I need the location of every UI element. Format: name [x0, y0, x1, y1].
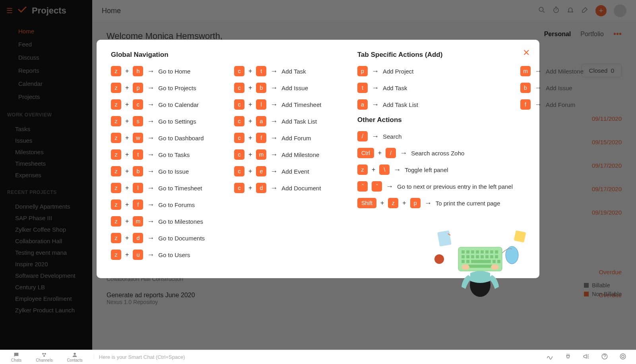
shortcut-action: Add Document [281, 185, 321, 192]
key: b [133, 166, 143, 176]
svg-rect-18 [495, 255, 498, 258]
shortcut-row: m→Add Milestone [520, 66, 600, 76]
shortcut-row: c+l→Add Timesheet [234, 99, 353, 110]
key: c [133, 99, 143, 110]
key: z [111, 66, 121, 76]
key: c [234, 83, 244, 93]
svg-rect-10 [495, 250, 498, 254]
global-nav-heading: Global Navigation [111, 51, 230, 59]
key: c [234, 133, 244, 143]
shortcut-action: Add Timesheet [281, 101, 321, 108]
svg-point-27 [461, 264, 469, 270]
svg-rect-21 [471, 260, 491, 263]
signature-icon[interactable] [546, 353, 553, 362]
shortcut-action: Go to Calendar [158, 101, 199, 108]
shortcut-action: Go to Documents [158, 235, 205, 242]
key: z [111, 166, 121, 176]
svg-rect-5 [471, 250, 474, 254]
key: / [357, 131, 368, 141]
shortcut-action: Go to Users [158, 252, 190, 258]
close-icon[interactable]: ✕ [523, 48, 530, 58]
shortcut-row: z+c→Go to Calendar [111, 99, 230, 110]
shortcuts-modal: ✕ Global Navigation z+h→Go to Homez+p→Go… [97, 40, 539, 278]
svg-rect-22 [493, 260, 496, 263]
key: c [234, 99, 244, 110]
svg-point-38 [622, 355, 624, 358]
svg-point-35 [74, 353, 76, 355]
key: t [357, 83, 368, 93]
svg-point-28 [491, 264, 499, 270]
key: c [234, 116, 244, 126]
key: b [256, 83, 266, 93]
shortcut-action: Add Milestone [281, 151, 319, 158]
key: z [357, 165, 368, 175]
shortcut-row: z+s→Go to Settings [111, 116, 230, 126]
key: f [133, 199, 143, 210]
shortcut-row: z+u→Go to Users [111, 250, 230, 260]
bottom-bar-right [546, 353, 631, 362]
key: p [357, 66, 368, 76]
svg-rect-30 [514, 230, 526, 243]
key: z [111, 116, 121, 126]
shortcut-row: z+p→Go to Projects [111, 83, 230, 93]
target-icon[interactable] [619, 353, 626, 362]
svg-rect-8 [485, 250, 489, 254]
shortcut-row: t→Add Task [357, 83, 516, 93]
shortcuts-overlay: ✕ Global Navigation z+h→Go to Homez+p→Go… [0, 0, 636, 364]
key: z [388, 198, 398, 208]
key: a [357, 99, 368, 110]
key: z [111, 99, 121, 110]
key: z [111, 83, 121, 93]
shortcut-row: Shift+z+p→To print the current page [357, 198, 516, 208]
plug-icon[interactable] [564, 353, 572, 362]
shortcut-row: c+e→Add Event [234, 166, 353, 176]
svg-rect-13 [471, 255, 474, 258]
shortcut-action: Add Task [281, 68, 306, 75]
key: m [133, 216, 143, 227]
key: e [256, 166, 266, 176]
shortcut-row: ˄˅→Go to next or previous entry in the l… [357, 181, 516, 192]
shortcut-action: Add Task List [383, 101, 418, 108]
svg-rect-4 [466, 250, 469, 254]
key: / [386, 148, 396, 158]
shortcut-row: a→Add Task List [357, 99, 516, 110]
shortcut-row: c+d→Add Document [234, 183, 353, 193]
shortcut-action: Go to Forums [158, 201, 195, 208]
shortcut-row: b→Add Issue [520, 83, 600, 93]
key: b [520, 83, 531, 93]
key: p [410, 198, 421, 208]
shortcut-row: z+w→Go to Dashboard [111, 133, 230, 143]
shortcut-row: z+m→Go to Milestones [111, 216, 230, 227]
smart-chat-input[interactable]: Here is your Smart Chat (Ctrl+Space) [94, 354, 545, 360]
keyboard-illustration [430, 219, 530, 303]
contacts-tab[interactable]: Contacts [60, 352, 89, 362]
shortcut-action: Go to Settings [158, 118, 196, 125]
shortcut-action: Go to Issue [158, 168, 189, 175]
shortcut-action: Go to Tasks [158, 151, 190, 158]
shortcut-row: c+b→Add Issue [234, 83, 353, 93]
channels-tab[interactable]: Channels [29, 352, 59, 362]
key: u [133, 250, 143, 260]
svg-rect-3 [461, 250, 465, 254]
svg-point-34 [43, 355, 45, 357]
help-icon[interactable] [601, 353, 608, 362]
shortcut-action: Add Event [281, 168, 309, 175]
key: d [256, 183, 266, 193]
key: p [133, 83, 143, 93]
svg-rect-9 [490, 250, 493, 254]
key: c [234, 149, 244, 160]
svg-rect-16 [485, 255, 489, 258]
key: l [256, 99, 266, 110]
shortcut-row: z+b→Go to Issue [111, 166, 230, 176]
chats-tab[interactable]: Chats [5, 352, 28, 362]
svg-point-33 [45, 353, 46, 354]
svg-rect-20 [466, 260, 469, 263]
key: t [133, 149, 143, 160]
shortcut-action: Go to Dashboard [158, 135, 204, 141]
megaphone-icon[interactable] [583, 353, 590, 362]
svg-rect-12 [466, 255, 469, 258]
key: h [133, 66, 143, 76]
svg-rect-23 [497, 260, 500, 263]
key: l [133, 183, 143, 193]
key: Shift [357, 198, 376, 208]
